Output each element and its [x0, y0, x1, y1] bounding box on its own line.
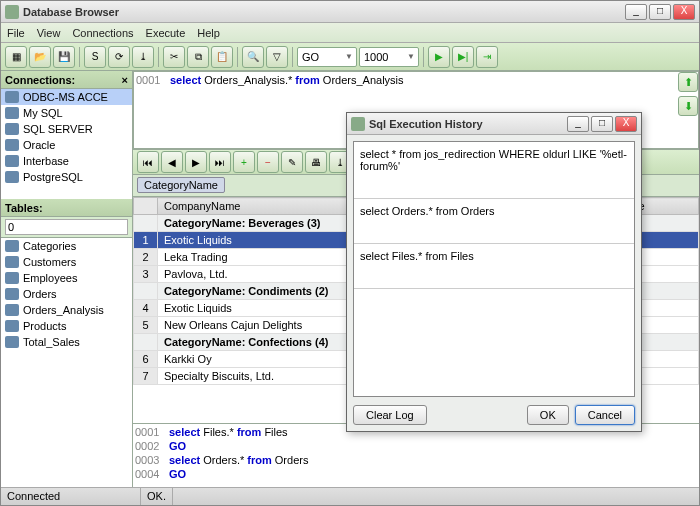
- dialog-maximize-button[interactable]: □: [591, 116, 613, 132]
- group-chip[interactable]: CategoryName: [137, 177, 225, 193]
- app-title: Database Browser: [23, 6, 625, 18]
- tool-copy-icon[interactable]: ⧉: [187, 46, 209, 68]
- status-ok: OK.: [141, 488, 173, 505]
- clear-log-button[interactable]: Clear Log: [353, 405, 427, 425]
- connections-label: Connections:: [5, 74, 75, 86]
- menubar: File View Connections Execute Help: [1, 23, 699, 43]
- table-icon: [5, 240, 19, 252]
- table-icon: [5, 288, 19, 300]
- grid-last-icon[interactable]: ⏭: [209, 151, 231, 173]
- tables-label: Tables:: [5, 202, 43, 214]
- table-icon: [5, 336, 19, 348]
- tool-stop-icon[interactable]: ▶|: [452, 46, 474, 68]
- history-item[interactable]: select Files.* from Files: [354, 244, 634, 289]
- history-item[interactable]: select Orders.* from Orders: [354, 199, 634, 244]
- menu-file[interactable]: File: [7, 27, 25, 39]
- rowlimit-combo[interactable]: 1000: [359, 47, 419, 67]
- nav-down-icon[interactable]: ⬇: [678, 96, 698, 116]
- history-list[interactable]: select * from jos_redirection WHERE oldu…: [353, 141, 635, 397]
- menu-connections[interactable]: Connections: [72, 27, 133, 39]
- conn-item[interactable]: Interbase: [1, 153, 132, 169]
- ok-button[interactable]: OK: [527, 405, 569, 425]
- minimize-button[interactable]: _: [625, 4, 647, 20]
- table-icon: [5, 320, 19, 332]
- close-button[interactable]: X: [673, 4, 695, 20]
- grid-print-icon[interactable]: 🖶: [305, 151, 327, 173]
- connections-header: Connections: ×: [1, 71, 132, 89]
- statusbar: Connected OK.: [1, 487, 699, 505]
- grid-next-icon[interactable]: ▶: [185, 151, 207, 173]
- table-item[interactable]: Employees: [1, 270, 132, 286]
- tool-find-icon[interactable]: 🔍: [242, 46, 264, 68]
- sql-log[interactable]: 0001select Files.* from Files 0002GO 000…: [133, 423, 699, 487]
- tool-cut-icon[interactable]: ✂: [163, 46, 185, 68]
- conn-item[interactable]: SQL SERVER: [1, 121, 132, 137]
- tool-open-icon[interactable]: 📂: [29, 46, 51, 68]
- tool-save-icon[interactable]: 💾: [53, 46, 75, 68]
- tool-paste-icon[interactable]: 📋: [211, 46, 233, 68]
- grid-edit-icon[interactable]: ✎: [281, 151, 303, 173]
- status-connected: Connected: [1, 488, 141, 505]
- menu-view[interactable]: View: [37, 27, 61, 39]
- db-icon: [5, 107, 19, 119]
- db-icon: [5, 155, 19, 167]
- tool-run-icon[interactable]: ▶: [428, 46, 450, 68]
- nav-up-icon[interactable]: ⬆: [678, 72, 698, 92]
- dialog-minimize-button[interactable]: _: [567, 116, 589, 132]
- tool-commit-icon[interactable]: ⇥: [476, 46, 498, 68]
- tool-filter-icon[interactable]: ▽: [266, 46, 288, 68]
- grid-delete-icon[interactable]: −: [257, 151, 279, 173]
- col-rownum[interactable]: [134, 198, 158, 215]
- conn-item[interactable]: ODBC-MS ACCE: [1, 89, 132, 105]
- table-item[interactable]: Categories: [1, 238, 132, 254]
- db-icon: [5, 171, 19, 183]
- tool-sql-icon[interactable]: S: [84, 46, 106, 68]
- dialog-close-button[interactable]: X: [615, 116, 637, 132]
- grid-add-icon[interactable]: +: [233, 151, 255, 173]
- app-icon: [5, 5, 19, 19]
- tool-refresh-icon[interactable]: ⟳: [108, 46, 130, 68]
- db-icon: [5, 123, 19, 135]
- main-toolbar: ▦ 📂 💾 S ⟳ ⤓ ✂ ⧉ 📋 🔍 ▽ GO 1000 ▶ ▶| ⇥: [1, 43, 699, 71]
- tables-header: Tables:: [1, 199, 132, 217]
- table-item[interactable]: Customers: [1, 254, 132, 270]
- main-titlebar: Database Browser _ □ X: [1, 1, 699, 23]
- tables-list[interactable]: Categories Customers Employees Orders Or…: [1, 237, 132, 487]
- table-item[interactable]: Orders_Analysis: [1, 302, 132, 318]
- table-icon: [5, 272, 19, 284]
- dialog-icon: [351, 117, 365, 131]
- tables-filter-input[interactable]: [5, 219, 128, 235]
- conn-item[interactable]: Oracle: [1, 137, 132, 153]
- tool-new-icon[interactable]: ▦: [5, 46, 27, 68]
- db-icon: [5, 91, 19, 103]
- table-item[interactable]: Total_Sales: [1, 334, 132, 350]
- db-icon: [5, 139, 19, 151]
- menu-execute[interactable]: Execute: [146, 27, 186, 39]
- grid-prev-icon[interactable]: ◀: [161, 151, 183, 173]
- dialog-title: Sql Execution History: [369, 118, 567, 130]
- maximize-button[interactable]: □: [649, 4, 671, 20]
- table-icon: [5, 256, 19, 268]
- connections-tree[interactable]: ODBC-MS ACCE My SQL SQL SERVER Oracle In…: [1, 89, 132, 199]
- table-item[interactable]: Orders: [1, 286, 132, 302]
- conn-item[interactable]: PostgreSQL: [1, 169, 132, 185]
- menu-help[interactable]: Help: [197, 27, 220, 39]
- table-icon: [5, 304, 19, 316]
- grid-first-icon[interactable]: ⏮: [137, 151, 159, 173]
- sql-history-dialog: Sql Execution History _ □ X select * fro…: [346, 112, 642, 432]
- connections-close-icon[interactable]: ×: [122, 74, 128, 86]
- history-item[interactable]: select * from jos_redirection WHERE oldu…: [354, 142, 634, 199]
- tool-export-icon[interactable]: ⤓: [132, 46, 154, 68]
- go-combo[interactable]: GO: [297, 47, 357, 67]
- conn-item[interactable]: My SQL: [1, 105, 132, 121]
- table-item[interactable]: Products: [1, 318, 132, 334]
- cancel-button[interactable]: Cancel: [575, 405, 635, 425]
